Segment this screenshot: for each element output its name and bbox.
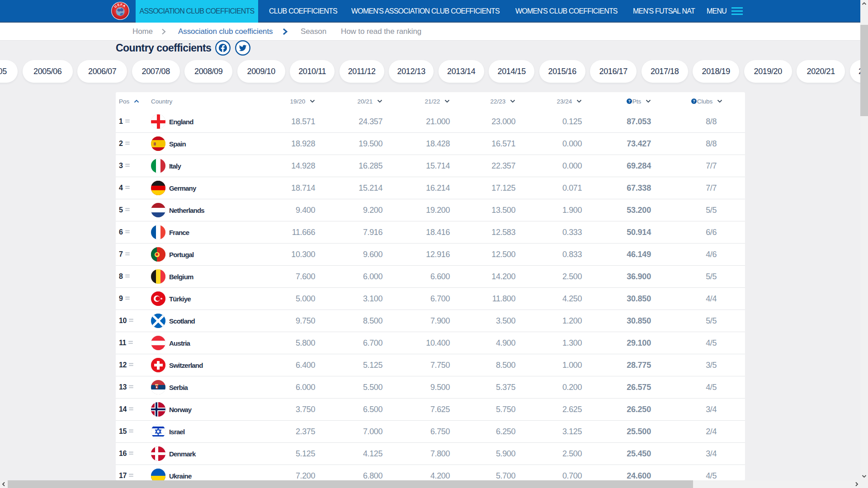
svg-text:?: ?: [628, 99, 630, 103]
svg-text:?: ?: [693, 99, 695, 103]
